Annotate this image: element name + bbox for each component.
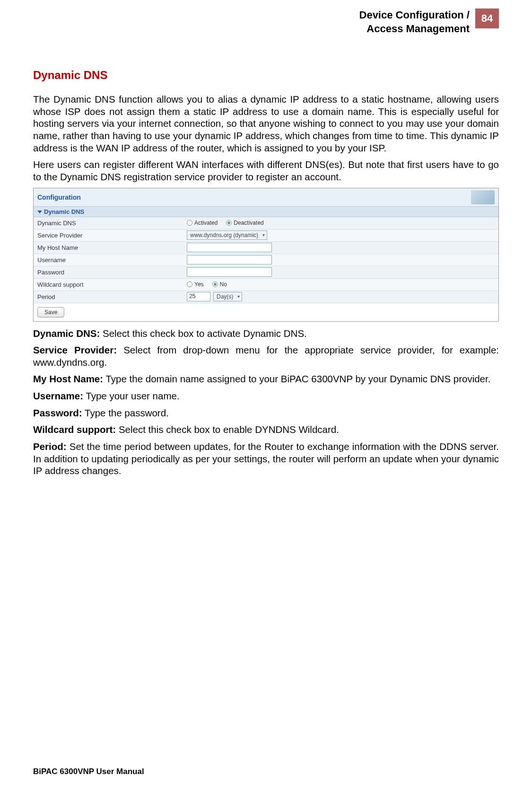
header-line2: Access Management xyxy=(366,23,470,35)
configuration-panel: Configuration Dynamic DNS Dynamic DNS Ac… xyxy=(33,188,499,322)
def-password-label: Password: xyxy=(33,407,82,418)
header-line1: Device Configuration / xyxy=(359,9,470,21)
row-dynamic-dns: Dynamic DNS Activated Deactivated xyxy=(34,217,498,229)
def-dynamic-dns: Dynamic DNS: Select this check box to ac… xyxy=(33,327,499,340)
input-period[interactable]: 25 xyxy=(187,292,210,301)
row-username: Username xyxy=(34,254,498,266)
save-button[interactable]: Save xyxy=(37,307,64,317)
label-my-host-name: My Host Name xyxy=(34,242,185,253)
intro-paragraph-1: The Dynamic DNS function allows you to a… xyxy=(33,93,499,154)
def-period-text: Set the time period between updates, for… xyxy=(33,441,499,476)
def-my-host-name-text: Type the domain name assigned to your Bi… xyxy=(103,373,490,384)
def-service-provider: Service Provider: Select from drop-down … xyxy=(33,344,499,368)
accordion-label: Dynamic DNS xyxy=(44,208,84,215)
page-number-badge: 84 xyxy=(475,9,499,28)
def-my-host-name-label: My Host Name: xyxy=(33,373,103,384)
configuration-label: Configuration xyxy=(37,194,81,201)
header-title: Device Configuration / Access Management xyxy=(359,9,470,35)
def-period: Period: Set the time period between upda… xyxy=(33,441,499,477)
accordion-dynamic-dns[interactable]: Dynamic DNS xyxy=(34,207,498,217)
intro-paragraph-2: Here users can register different WAN in… xyxy=(33,159,499,183)
radio-icon xyxy=(212,282,218,287)
radio-activated[interactable]: Activated xyxy=(187,220,218,226)
label-dynamic-dns: Dynamic DNS xyxy=(34,218,185,229)
row-wildcard: Wildcard support Yes No xyxy=(34,279,498,291)
def-service-provider-label: Service Provider: xyxy=(33,344,117,355)
label-password: Password xyxy=(34,267,185,278)
page-header: Device Configuration / Access Management… xyxy=(33,9,499,35)
chevron-down-icon xyxy=(37,211,42,213)
row-service-provider: Service Provider www.dyndns.org (dynamic… xyxy=(34,229,498,242)
row-my-host-name: My Host Name xyxy=(34,242,498,254)
section-title: Dynamic DNS xyxy=(33,69,499,82)
radio-wildcard-no[interactable]: No xyxy=(212,281,227,288)
input-password[interactable] xyxy=(187,267,272,277)
select-period-unit[interactable]: Day(s) xyxy=(213,292,242,301)
input-my-host-name[interactable] xyxy=(187,243,272,252)
label-username: Username xyxy=(34,255,185,265)
def-password: Password: Type the password. xyxy=(33,407,499,419)
radio-icon xyxy=(187,220,192,226)
def-dynamic-dns-text: Select this check box to activate Dynami… xyxy=(100,328,307,339)
radio-icon xyxy=(226,220,232,226)
radio-deactivated-label: Deactivated xyxy=(234,220,263,226)
monitor-icon xyxy=(471,190,495,204)
input-username[interactable] xyxy=(187,255,272,264)
def-wildcard-label: Wildcard support: xyxy=(33,424,116,435)
def-period-label: Period: xyxy=(33,441,67,452)
configuration-titlebar: Configuration xyxy=(34,188,498,207)
radio-activated-label: Activated xyxy=(194,220,218,226)
row-password: Password xyxy=(34,266,498,279)
def-dynamic-dns-label: Dynamic DNS: xyxy=(33,328,100,339)
label-period: Period xyxy=(34,291,185,302)
def-username: Username: Type your user name. xyxy=(33,390,499,402)
radio-deactivated[interactable]: Deactivated xyxy=(226,220,263,226)
radio-no-label: No xyxy=(220,281,227,288)
def-password-text: Type the password. xyxy=(82,407,169,418)
footer-text: BiPAC 6300VNP User Manual xyxy=(33,767,144,776)
row-period: Period 25 Day(s) xyxy=(34,291,498,303)
radio-yes-label: Yes xyxy=(194,281,204,288)
page-number: 84 xyxy=(481,12,493,25)
def-username-label: Username: xyxy=(33,390,83,401)
label-wildcard: Wildcard support xyxy=(34,279,185,290)
button-row: Save xyxy=(34,303,498,321)
radio-wildcard-yes[interactable]: Yes xyxy=(187,281,204,288)
select-service-provider[interactable]: www.dyndns.org (dynamic) xyxy=(187,230,267,240)
label-service-provider: Service Provider xyxy=(34,230,185,241)
def-my-host-name: My Host Name: Type the domain name assig… xyxy=(33,373,499,385)
radio-icon xyxy=(187,282,192,287)
def-wildcard-text: Select this check box to enable DYNDNS W… xyxy=(116,424,339,435)
def-wildcard: Wildcard support: Select this check box … xyxy=(33,423,499,436)
def-username-text: Type your user name. xyxy=(83,390,180,401)
